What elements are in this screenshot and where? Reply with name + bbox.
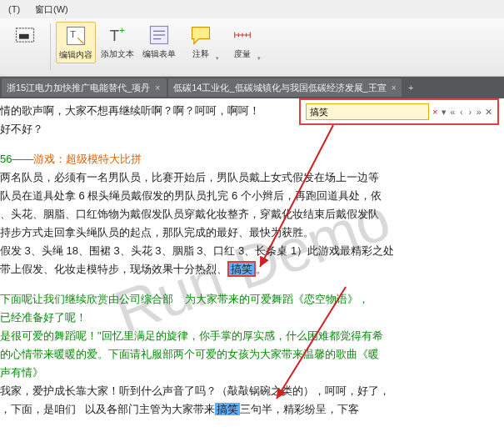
menubar: (T) 窗口(W) (0, 0, 504, 18)
add-text-button[interactable]: T+添加文本 (97, 22, 137, 62)
document-viewport: Run Demo × ▾ « ‹ › » ✕ 情的歌声啊，大家不想再继续听啊？啊… (0, 98, 504, 432)
toolbar-redact[interactable] (5, 22, 45, 50)
text-line: 两名队员，必须有一名男队员，比赛开始后，男队员戴上女式假发在场上一边等 (0, 168, 504, 187)
text-line: 我家，爱护成长靠大家！听到什么声音了吗？（敲敲锅碗之类的），呵呵，好了， (0, 382, 504, 400)
measure-button[interactable]: 度量 (222, 22, 262, 62)
close-icon[interactable]: × (155, 83, 160, 93)
text-line: 好不好？ (0, 120, 504, 138)
text-line: 是很可爱的舞蹈呢！"回忆里满足的旋律，你手掌的厚实感，什么困难都觉得有希 (0, 327, 504, 345)
text-line: 的心情带来暖暖的爱。下面请礼服部两个可爱的女孩为大家带来温馨的歌曲《暖 (0, 345, 504, 364)
edit-content-button[interactable]: T编辑内容 (56, 22, 96, 63)
tab-document-1[interactable]: 浙15江电力加快推广电能替代_项丹× (2, 78, 167, 97)
menu-tools[interactable]: (T) (8, 4, 20, 14)
toolbar: T编辑内容 T+添加文本 编辑表单 注释 度量 (0, 18, 504, 77)
text-line: 带上假发、化妆走模特步，现场效果十分热烈、搞笑。 (0, 260, 504, 279)
search-hit-current: 搞笑 (227, 261, 256, 277)
edit-form-button[interactable]: 编辑表单 (139, 22, 179, 62)
toolbar-divider (50, 23, 51, 70)
annotate-button[interactable]: 注释 (181, 22, 221, 62)
new-tab-button[interactable]: + (403, 83, 418, 93)
text-line: 声有情》 (0, 364, 504, 382)
tab-document-2[interactable]: 低碳14工业化_低碳城镇化与我国低碳经济发展_王宣× (168, 78, 402, 97)
text-line: 已经准备好了呢！ (0, 309, 504, 327)
svg-text:+: + (119, 24, 125, 35)
text-line: 下面呢让我们继续欣赏由公司综合部 为大家带来的可爱舞蹈《恋空物语》， (0, 290, 504, 309)
text-line: 假发 3、头绳 18、围裙 3、头花 3、胭脂 3、口红 3、长条桌 1）此游戏… (0, 242, 504, 260)
text-line: 队员在道具处拿 6 根头绳员戴假发的男队员扎完 6 个小辫后，再跑回道具处，依 (0, 187, 504, 205)
text-line: ，下面，是咱们 以及各部门主管为大家带来搞笑三句半，精彩纷呈，下客 (0, 400, 504, 419)
svg-rect-1 (19, 34, 29, 39)
text-line: 56——游戏：超级模特大比拼 (0, 150, 504, 168)
svg-text:T: T (70, 28, 76, 39)
text-line: 持步方式走回拿头绳队员的起点，那队完成的最好、最快为获胜。 (0, 224, 504, 242)
svg-text:T: T (110, 27, 119, 44)
text-line: 情的歌声啊，大家不想再继续听啊？啊？呵呵，啊呵！ (0, 102, 504, 120)
close-icon[interactable]: × (392, 83, 397, 93)
search-hit: 搞笑 (215, 403, 240, 415)
text-line: 、头花、胭脂、口红饰物为戴假发队员穿戴化妆整齐，穿戴化妆结束后戴假发队 (0, 205, 504, 224)
menu-window[interactable]: 窗口(W) (35, 3, 68, 16)
tab-bar: 浙15江电力加快推广电能替代_项丹× 低碳14工业化_低碳城镇化与我国低碳经济发… (0, 77, 504, 98)
page-content: 情的歌声啊，大家不想再继续听啊？啊？呵呵，啊呵！ 好不好？ 56——游戏：超级模… (0, 98, 504, 432)
